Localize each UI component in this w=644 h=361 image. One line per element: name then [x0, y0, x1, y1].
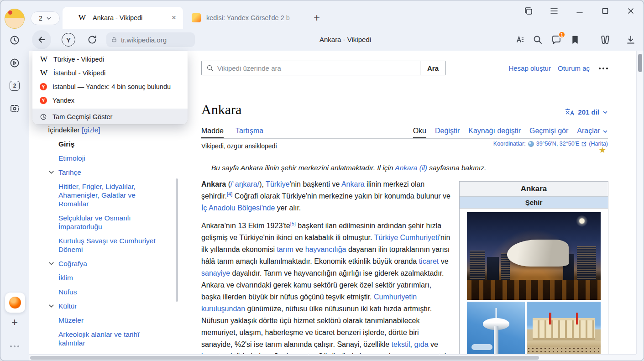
horizontal-scrollbar[interactable]	[29, 354, 637, 361]
find-on-page-icon[interactable]	[532, 34, 543, 45]
featured-article-star-icon[interactable]: ★	[599, 146, 606, 154]
tab-yandex-images[interactable]: kedisi: Yandex Görsel'de 2 b	[185, 7, 303, 29]
chat-button[interactable]: 1	[551, 34, 562, 45]
tab-close-icon[interactable]: ×	[170, 13, 178, 22]
coordinates-value[interactable]: 39°56′N, 32°50′E	[536, 141, 580, 147]
text-link[interactable]: /ˈaŋkara/	[230, 180, 259, 188]
rail-more-icon[interactable]	[9, 345, 20, 347]
site-tagline: Vikipedi, özgür ansiklopedi	[201, 142, 277, 150]
vertical-scrollbar[interactable]	[636, 51, 644, 354]
toc-item-iklim[interactable]: İklim	[58, 273, 162, 282]
article-paragraph: Ankara'nın 13 Ekim 1923'te[5] başkent il…	[201, 220, 451, 355]
text-link[interactable]: gıda	[414, 340, 428, 348]
toc-item-giris[interactable]: Giriş	[58, 140, 162, 148]
yandex-favicon: Y	[40, 97, 47, 104]
text-link[interactable]: sanayiye	[201, 269, 230, 277]
infobox-image-atakule-tower[interactable]	[467, 302, 525, 355]
tab-gecmisi-gor[interactable]: Geçmişi gör	[529, 127, 568, 138]
tools-menu-button[interactable]: Araçlar	[577, 127, 608, 138]
screenshot-icon[interactable]	[9, 103, 20, 114]
vertical-scrollbar-thumb[interactable]	[638, 54, 642, 72]
profile-avatar[interactable]	[5, 9, 25, 29]
history-item-istanbul-wiki[interactable]: W İstanbul - Vikipedi	[32, 66, 188, 80]
text-link[interactable]: hayvancılığa	[305, 246, 346, 253]
article-tab-bar: Madde Tartışma Oku Değiştir Kaynağı deği…	[201, 126, 608, 139]
chevron-down-icon[interactable]	[48, 261, 54, 267]
reference-link[interactable]: [5]	[290, 221, 296, 226]
back-button[interactable]	[32, 30, 51, 49]
yandex-search-button[interactable]: Y	[62, 33, 75, 47]
menu-icon[interactable]	[549, 5, 560, 16]
wiki-search-input[interactable]	[217, 64, 420, 72]
toc-item-kultur[interactable]: Kültür	[58, 302, 162, 310]
tab-fade	[282, 7, 303, 29]
show-full-history-label: Tam Geçmişi Göster	[52, 113, 112, 120]
tab-degistir[interactable]: Değiştir	[435, 127, 460, 138]
toc-hide-link[interactable]: [gizle]	[82, 126, 100, 134]
chevron-down-icon[interactable]	[48, 303, 54, 309]
tab-kaynagi-degistir[interactable]: Kaynağı değiştir	[468, 127, 521, 138]
close-icon[interactable]	[625, 5, 636, 16]
tab-tartisma[interactable]: Tartışma	[236, 127, 263, 138]
text-link[interactable]: ticaret	[419, 257, 439, 265]
collections-icon[interactable]	[600, 34, 611, 45]
reader-mode-icon[interactable]	[513, 34, 524, 45]
toc-item-nufus[interactable]: Nüfus	[58, 288, 162, 296]
minimize-icon[interactable]	[574, 5, 585, 16]
tab-counter-button[interactable]: 2	[31, 11, 60, 25]
tab-ankara[interactable]: W Ankara - Vikipedi ×	[63, 7, 183, 29]
text-link[interactable]: Ankara	[341, 180, 365, 188]
text-link[interactable]: tekstil	[392, 340, 410, 348]
toc-item-tarihce[interactable]: Tarihçe	[58, 168, 162, 177]
rail-add-button[interactable]: +	[9, 317, 20, 328]
toc-item-hititler[interactable]: Hititler, Frigler, Lidyalılar, Ahamenişl…	[58, 182, 162, 208]
toc-item-etimoloji[interactable]: Etimoloji	[58, 154, 162, 162]
wiki-search-button[interactable]: Ara	[420, 61, 445, 75]
show-full-history-button[interactable]: Tam Geçmişi Göster	[32, 109, 188, 124]
text-span: ),	[259, 180, 266, 188]
share-icon[interactable]	[523, 5, 534, 16]
toc-scrollbar-thumb[interactable]	[176, 178, 178, 302]
history-item-turkiye[interactable]: W Türkiye - Vikipedi	[32, 52, 188, 66]
reload-icon[interactable]	[87, 34, 98, 45]
toc-item-kurtulus[interactable]: Kurtuluş Savaşı ve Cumhuriyet Dönemi	[58, 236, 162, 254]
tab-madde[interactable]: Madde	[201, 127, 224, 138]
history-item-istanbul-yandex[interactable]: Y Istanbul — Yandex: 4 bin sonuç bulundu	[32, 80, 188, 94]
new-tab-button[interactable]: +	[310, 12, 323, 25]
more-options-icon[interactable]	[599, 68, 608, 69]
text-link[interactable]: Türkiye Cumhuriyeti	[374, 234, 439, 241]
reference-link[interactable]: [4]	[227, 191, 232, 197]
toc-item-arkeolojik[interactable]: Arkeolojik alanlar ve tarihî kalıntılar	[58, 330, 162, 347]
text-link[interactable]: Türkiye	[266, 180, 289, 188]
tab-oku[interactable]: Oku	[413, 127, 426, 138]
toc-item-label: Kültür	[58, 302, 77, 310]
create-account-link[interactable]: Hesap oluştur	[508, 64, 551, 72]
history-icon[interactable]	[9, 35, 20, 46]
infobox-image-cityscape[interactable]	[467, 212, 601, 300]
maximize-icon[interactable]	[600, 5, 611, 16]
history-item-yandex[interactable]: Y Yandex	[32, 94, 188, 107]
horizontal-scrollbar-thumb[interactable]	[30, 356, 539, 360]
play-media-icon[interactable]	[9, 58, 20, 68]
toc-item-cografya[interactable]: Coğrafya	[58, 259, 162, 268]
toc-item-selcuklular[interactable]: Selçuklular ve Osmanlı İmparatorluğu	[58, 214, 162, 231]
toc-item-muzeler[interactable]: Müzeler	[58, 316, 162, 324]
bookmark-icon[interactable]	[570, 34, 581, 45]
language-button[interactable]: 201 dil	[565, 108, 608, 116]
chevron-down-icon[interactable]	[48, 169, 54, 175]
text-link[interactable]: Ankara (il)	[395, 164, 427, 172]
address-bar[interactable]: tr.wikipedia.org	[106, 32, 195, 47]
login-link[interactable]: Oturum aç	[558, 64, 590, 72]
anitkabir-building	[533, 318, 595, 340]
yandex-browser-logo[interactable]	[5, 293, 25, 313]
text-link[interactable]: tarım	[277, 246, 293, 253]
infobox-image-anitkabir[interactable]	[527, 302, 601, 355]
downloads-icon[interactable]	[625, 34, 636, 45]
tab-count-button[interactable]: 2	[10, 81, 20, 91]
wiki-search-group: Ara	[201, 61, 446, 75]
coordinates-label[interactable]: Koordinatlar:	[493, 141, 526, 147]
table-of-contents: İçindekiler [gizle] Giriş Etimoloji Tari…	[58, 126, 173, 353]
article-title: Ankara	[201, 102, 241, 117]
text-link[interactable]: İç Anadolu Bölgesi'nde	[201, 204, 275, 212]
globe-icon[interactable]	[528, 141, 534, 147]
